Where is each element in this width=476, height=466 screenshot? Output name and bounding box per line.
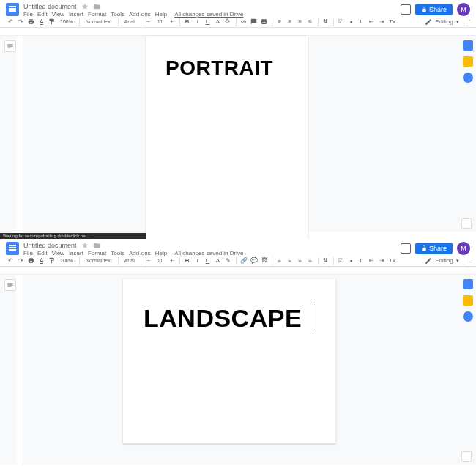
page-text[interactable]: PORTRAIT [166, 56, 273, 80]
undo-button[interactable]: ↶ [6, 256, 15, 265]
folder-icon[interactable] [93, 3, 100, 10]
star-icon[interactable] [81, 3, 89, 10]
align-left-button[interactable]: ≡ [275, 256, 284, 265]
bold-button[interactable]: B [183, 256, 192, 265]
horizontal-ruler[interactable] [16, 267, 460, 274]
spellcheck-button[interactable]: A̲ [37, 18, 45, 26]
numbered-list-button[interactable]: 1. [357, 256, 366, 265]
highlight-button[interactable] [224, 18, 233, 26]
vertical-ruler[interactable] [16, 275, 23, 465]
insert-link-button[interactable]: 🔗 [239, 256, 248, 265]
italic-button[interactable]: I [193, 256, 202, 265]
align-left-button[interactable]: ≡ [275, 18, 284, 26]
horizontal-ruler[interactable] [16, 28, 460, 35]
vertical-ruler[interactable] [16, 36, 23, 232]
menu-insert[interactable]: Insert [69, 11, 83, 18]
comment-history-icon[interactable] [401, 243, 411, 254]
menu-format[interactable]: Format [88, 250, 106, 256]
decrease-indent-button[interactable]: ⇤ [368, 256, 376, 265]
insert-comment-button[interactable] [250, 18, 259, 26]
bulleted-list-button[interactable]: • [347, 18, 356, 26]
font-size-plus[interactable]: + [168, 256, 176, 265]
document-title[interactable]: Untitled document [23, 242, 77, 249]
font-size-minus[interactable]: − [144, 256, 153, 265]
align-justify-button[interactable]: ≡ [306, 256, 315, 265]
page-landscape[interactable]: LANDSCAPE [123, 279, 335, 443]
align-center-button[interactable]: ≡ [286, 18, 294, 26]
text-color-button[interactable]: A [214, 256, 223, 265]
document-outline-button[interactable] [4, 40, 16, 52]
align-justify-button[interactable]: ≡ [306, 18, 315, 26]
tasks-icon[interactable] [463, 73, 473, 83]
redo-button[interactable]: ↷ [16, 256, 25, 265]
redo-button[interactable]: ↷ [16, 18, 25, 26]
explore-button[interactable] [461, 218, 472, 229]
decrease-indent-button[interactable]: ⇤ [368, 18, 376, 26]
zoom-select[interactable]: 100% [57, 19, 76, 24]
menu-tools[interactable]: Tools [111, 11, 124, 18]
page-portrait[interactable]: PORTRAIT [146, 36, 308, 245]
editing-mode[interactable]: Editing [435, 257, 453, 264]
text-color-button[interactable]: A [214, 18, 223, 26]
account-avatar[interactable]: M [457, 3, 470, 16]
keep-icon[interactable] [463, 295, 473, 306]
checklist-button[interactable]: ☑ [337, 256, 346, 265]
print-button[interactable] [26, 18, 35, 26]
insert-link-button[interactable] [239, 18, 248, 26]
checklist-button[interactable]: ☑ [337, 18, 346, 26]
numbered-list-button[interactable]: 1. [357, 18, 366, 26]
style-select[interactable]: Normal text [83, 258, 115, 263]
increase-indent-button[interactable]: ⇥ [378, 256, 387, 265]
line-spacing-button[interactable]: ⇅ [321, 18, 330, 26]
chevron-up-icon[interactable]: ˆ [469, 258, 470, 263]
menu-format[interactable]: Format [88, 11, 106, 18]
tasks-icon[interactable] [463, 311, 473, 322]
account-avatar[interactable]: M [457, 242, 470, 255]
font-size-minus[interactable]: − [144, 18, 153, 26]
document-outline-button[interactable] [4, 279, 16, 291]
align-right-button[interactable]: ≡ [296, 256, 305, 265]
align-right-button[interactable]: ≡ [296, 18, 305, 26]
style-select[interactable]: Normal text [83, 19, 115, 24]
docs-logo-icon[interactable] [6, 242, 19, 255]
menu-help[interactable]: Help [155, 250, 167, 256]
font-select[interactable]: Arial [122, 19, 138, 24]
share-button[interactable]: Share [415, 4, 453, 15]
clear-formatting-button[interactable]: T× [388, 256, 397, 265]
editing-mode[interactable]: Editing [435, 18, 453, 25]
menu-help[interactable]: Help [155, 11, 167, 18]
explore-button[interactable] [461, 451, 472, 462]
highlight-button[interactable]: ✎ [224, 256, 233, 265]
document-title[interactable]: Untitled document [23, 3, 77, 10]
bold-button[interactable]: B [183, 18, 192, 26]
menu-tools[interactable]: Tools [111, 250, 124, 256]
italic-button[interactable]: I [193, 18, 202, 26]
clear-formatting-button[interactable]: T× [388, 18, 397, 26]
calendar-icon[interactable] [463, 40, 473, 51]
line-spacing-button[interactable]: ⇅ [321, 256, 330, 265]
insert-image-button[interactable] [260, 18, 269, 26]
docs-logo-icon[interactable] [6, 3, 19, 16]
menu-insert[interactable]: Insert [69, 250, 83, 256]
underline-button[interactable]: U [204, 256, 212, 265]
spellcheck-button[interactable]: A̲ [37, 256, 45, 265]
font-size-plus[interactable]: + [168, 18, 176, 26]
paint-format-button[interactable] [47, 18, 56, 26]
insert-comment-button[interactable]: 💬 [250, 256, 259, 265]
insert-image-button[interactable]: 🖼 [260, 256, 269, 265]
keep-icon[interactable] [463, 56, 473, 67]
chevron-up-icon[interactable]: ˆ [469, 19, 470, 24]
bulleted-list-button[interactable]: • [347, 256, 356, 265]
share-button[interactable]: Share [415, 243, 453, 254]
zoom-select[interactable]: 100% [57, 258, 76, 263]
calendar-icon[interactable] [463, 279, 473, 289]
increase-indent-button[interactable]: ⇥ [378, 18, 387, 26]
page-text[interactable]: LANDSCAPE [144, 304, 302, 333]
comment-history-icon[interactable] [401, 4, 411, 15]
undo-button[interactable]: ↶ [6, 18, 15, 26]
folder-icon[interactable] [93, 242, 100, 249]
align-center-button[interactable]: ≡ [286, 256, 294, 265]
font-size-input[interactable]: 11 [155, 19, 166, 24]
font-size-input[interactable]: 11 [155, 258, 166, 263]
chevron-down-icon[interactable]: ▾ [456, 258, 459, 264]
